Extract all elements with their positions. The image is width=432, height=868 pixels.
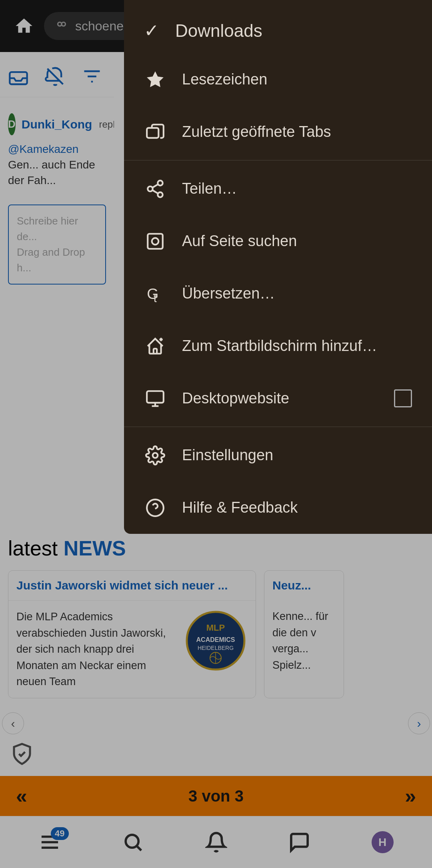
menu-translate-label: Übersetzen… [182,285,412,302]
svg-line-24 [152,190,158,193]
desktop-checkbox[interactable] [394,389,412,407]
context-menu: ✓ Downloads Lesezeichen Zuletzt geöffnet… [124,0,432,534]
menu-item-translate[interactable]: G t Übersetzen… [124,267,432,320]
menu-item-add-home[interactable]: Zum Startbildschirm hinzuf… [124,320,432,372]
menu-item-find[interactable]: Auf Seite suchen [124,215,432,267]
svg-point-22 [148,186,153,191]
star-icon [144,68,166,90]
svg-point-27 [152,238,158,245]
settings-icon [144,444,166,466]
svg-point-35 [152,453,158,458]
menu-item-help[interactable]: Hilfe & Feedback [124,481,432,534]
menu-downloads-label: Downloads [175,21,262,41]
svg-rect-20 [147,128,158,138]
menu-item-lesezeichen[interactable]: Lesezeichen [124,53,432,106]
check-icon: ✓ [144,20,159,41]
menu-item-settings[interactable]: Einstellungen [124,429,432,481]
menu-help-label: Hilfe & Feedback [182,499,412,516]
add-home-icon [144,335,166,357]
divider-1 [124,160,432,160]
menu-desktop-label: Desktopwebsite [182,390,378,407]
menu-item-share[interactable]: Teilen… [124,162,432,215]
menu-add-home-label: Zum Startbildschirm hinzuf… [182,337,412,355]
svg-point-21 [158,180,163,186]
translate-icon: G t [144,283,166,305]
share-icon [144,178,166,200]
svg-rect-32 [147,391,164,403]
menu-item-desktop[interactable]: Desktopwebsite [124,372,432,425]
menu-item-downloads[interactable]: ✓ Downloads [124,0,432,53]
svg-point-23 [158,192,163,197]
desktop-icon [144,387,166,409]
recent-tabs-icon [144,121,166,143]
menu-settings-label: Einstellungen [182,447,412,464]
divider-2 [124,427,432,427]
menu-share-label: Teilen… [182,180,412,197]
svg-marker-19 [147,71,164,87]
find-icon [144,230,166,252]
svg-text:t: t [153,291,156,303]
help-icon [144,497,166,519]
svg-line-25 [152,184,158,187]
menu-item-recent-tabs[interactable]: Zuletzt geöffnete Tabs [124,106,432,158]
svg-rect-26 [148,234,163,249]
menu-lesezeichen-label: Lesezeichen [182,71,412,88]
menu-recent-tabs-label: Zuletzt geöffnete Tabs [182,123,412,140]
menu-find-label: Auf Seite suchen [182,233,412,250]
